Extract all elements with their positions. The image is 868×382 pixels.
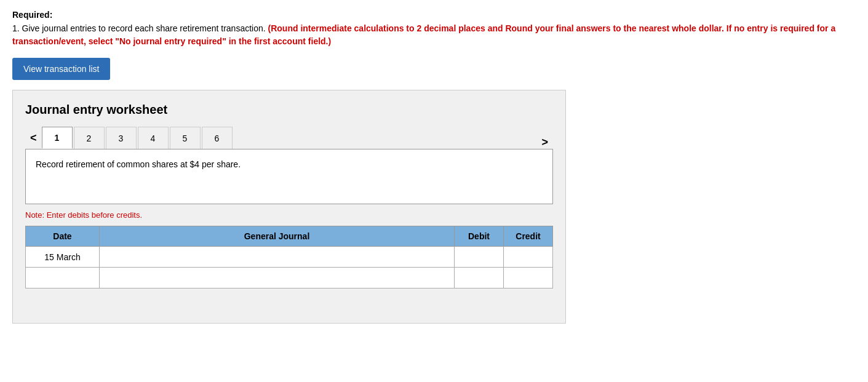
- general-journal-cell-1[interactable]: [100, 247, 455, 268]
- tab-3[interactable]: 3: [106, 127, 137, 149]
- general-journal-input-1[interactable]: [103, 251, 450, 263]
- worksheet-description: Record retirement of common shares at $4…: [36, 159, 241, 169]
- tab-6[interactable]: 6: [202, 127, 233, 149]
- journal-table: Date General Journal Debit Credit 15 Mar…: [25, 226, 553, 288]
- next-tab-button[interactable]: >: [536, 136, 553, 149]
- col-header-general-journal: General Journal: [100, 226, 455, 247]
- date-cell-2: [26, 268, 100, 288]
- worksheet-description-box: Record retirement of common shares at $4…: [25, 149, 553, 204]
- table-row: 15 March: [26, 247, 553, 268]
- tab-4[interactable]: 4: [138, 127, 169, 149]
- col-header-credit: Credit: [504, 226, 553, 247]
- credit-input-1[interactable]: [508, 251, 549, 263]
- tab-1[interactable]: 1: [42, 127, 73, 149]
- debit-cell-1[interactable]: [455, 247, 504, 268]
- general-journal-cell-2[interactable]: [100, 268, 455, 288]
- debit-cell-2[interactable]: [455, 268, 504, 288]
- credit-cell-1[interactable]: [504, 247, 553, 268]
- note-text: Note: Enter debits before credits.: [25, 210, 553, 220]
- journal-entry-worksheet: Journal entry worksheet < 1 2 3 4 5 6 > …: [12, 90, 566, 324]
- date-cell-1: 15 March: [26, 247, 100, 268]
- prev-tab-button[interactable]: <: [25, 127, 42, 149]
- credit-input-2[interactable]: [508, 272, 549, 284]
- required-section: Required: 1. Give journal entries to rec…: [12, 10, 856, 48]
- tab-5[interactable]: 5: [170, 127, 201, 149]
- required-label: Required:: [12, 10, 856, 20]
- tab-2[interactable]: 2: [74, 127, 105, 149]
- debit-input-2[interactable]: [458, 272, 500, 284]
- col-header-date: Date: [26, 226, 100, 247]
- general-journal-input-2[interactable]: [103, 272, 450, 284]
- debit-input-1[interactable]: [458, 251, 500, 263]
- tabs-row: < 1 2 3 4 5 6 >: [25, 127, 553, 149]
- view-transaction-button[interactable]: View transaction list: [12, 58, 110, 80]
- col-header-debit: Debit: [455, 226, 504, 247]
- instruction-text: 1. Give journal entries to record each s…: [12, 22, 856, 48]
- credit-cell-2[interactable]: [504, 268, 553, 288]
- table-header-row: Date General Journal Debit Credit: [26, 226, 553, 247]
- table-row: [26, 268, 553, 288]
- instruction-normal: 1. Give journal entries to record each s…: [12, 23, 266, 33]
- worksheet-title: Journal entry worksheet: [25, 103, 553, 117]
